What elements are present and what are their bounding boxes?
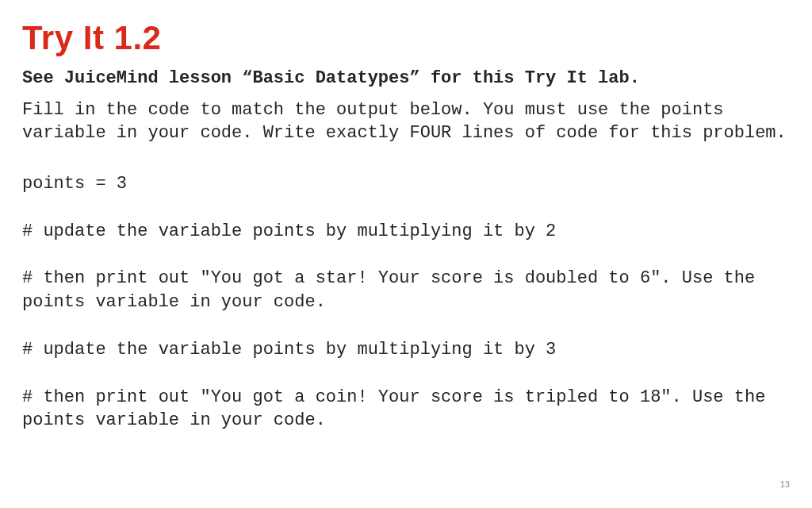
instructions-body: Fill in the code to match the output bel… — [22, 98, 790, 145]
subheading: See JuiceMind lesson “Basic Datatypes” f… — [22, 67, 790, 90]
code-comment-4: # then print out "You got a coin! Your s… — [22, 386, 790, 433]
code-line-1: points = 3 — [22, 172, 790, 196]
page-number: 13 — [780, 479, 790, 489]
code-comment-2: # then print out "You got a star! Your s… — [22, 267, 790, 314]
code-comment-3: # update the variable points by multiply… — [22, 338, 790, 362]
slide: Try It 1.2 See JuiceMind lesson “Basic D… — [0, 0, 812, 508]
slide-title: Try It 1.2 — [22, 19, 790, 57]
code-comment-1: # update the variable points by multiply… — [22, 220, 790, 244]
